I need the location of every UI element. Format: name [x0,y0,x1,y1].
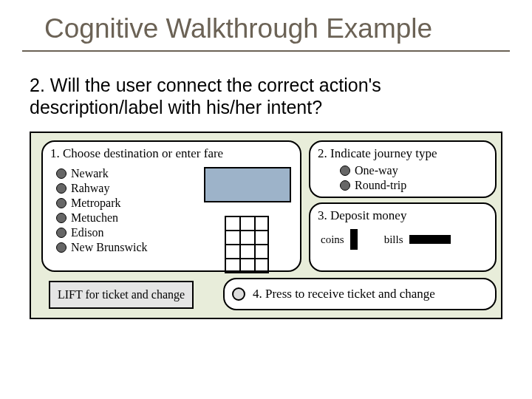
money-slots: coins bills [321,229,451,250]
coin-slot-icon[interactable] [350,229,358,250]
journey-option[interactable]: Round-trip [340,179,406,192]
radio-icon [56,242,66,253]
lift-tray[interactable]: LIFT for ticket and change [49,281,194,309]
press-button[interactable] [232,287,245,301]
panel1-title: 1. Choose destination or enter fare [50,146,293,161]
radio-icon [340,180,350,191]
destination-option[interactable]: New Brunswick [56,241,148,254]
radio-icon [56,228,66,238]
coins-label: coins [321,233,344,246]
journey-label: Round-trip [355,179,406,192]
kiosk-frame: 1. Choose destination or enter fare Newa… [30,132,502,319]
fare-display-screen [204,167,291,202]
panel4-label: 4. Press to receive ticket and change [253,287,435,301]
destination-label: New Brunswick [71,241,148,254]
keypad[interactable] [225,216,269,273]
radio-icon [56,168,66,179]
journey-option[interactable]: One-way [340,164,406,177]
title-underline [22,50,510,52]
destination-option[interactable]: Metropark [56,197,148,210]
panel-journey-type: 2. Indicate journey type One-way Round-t… [309,140,497,198]
panel-deposit-money: 3. Deposit money coins bills [309,202,497,272]
destination-option[interactable]: Edison [56,226,148,239]
panel2-title: 2. Indicate journey type [318,146,488,161]
panel-press-receive: 4. Press to receive ticket and change [223,278,497,310]
radio-icon [56,213,66,223]
radio-icon [56,198,66,208]
destination-label: Edison [71,226,103,239]
destination-label: Metuchen [71,211,118,225]
radio-icon [56,183,66,194]
destination-list: Newark Rahway Metropark Metuchen Edison … [56,167,148,256]
journey-type-list: One-way Round-trip [340,164,406,194]
destination-option[interactable]: Metuchen [56,211,148,225]
destination-option[interactable]: Rahway [56,182,148,195]
journey-label: One-way [355,164,398,177]
panel3-title: 3. Deposit money [318,208,488,223]
question-text: 2. Will the user connect the correct act… [0,66,532,132]
destination-label: Metropark [71,197,121,210]
destination-label: Newark [71,167,109,180]
destination-option[interactable]: Newark [56,167,148,180]
bills-label: bills [384,233,403,246]
destination-label: Rahway [71,182,109,195]
radio-icon [340,166,350,176]
panel-choose-destination: 1. Choose destination or enter fare Newa… [41,140,301,272]
slide-title: Cognitive Walkthrough Example [0,0,532,50]
bill-slot-icon[interactable] [409,235,451,244]
